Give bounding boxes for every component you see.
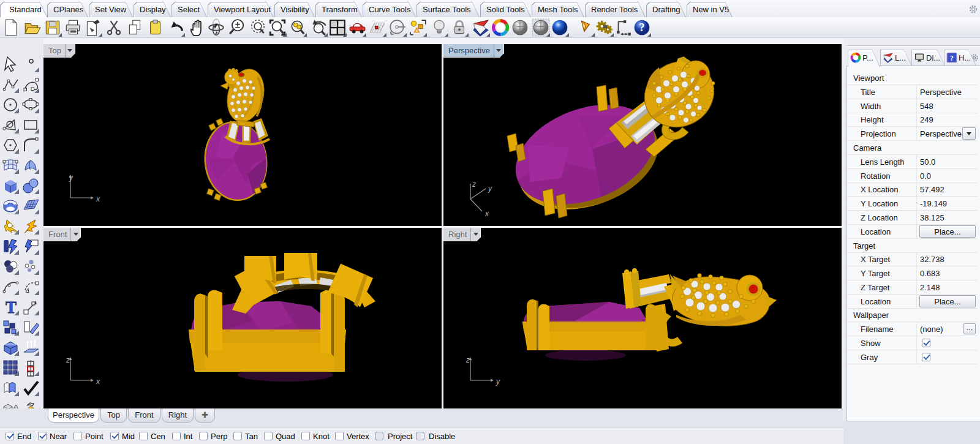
- svg-text:T: T: [6, 298, 17, 317]
- svg-text:y: y: [496, 377, 500, 386]
- svg-text:y: y: [488, 184, 492, 193]
- svg-text:z: z: [472, 180, 476, 189]
- svg-text:x: x: [96, 195, 100, 203]
- svg-text:x: x: [96, 377, 100, 386]
- svg-text:z: z: [66, 356, 70, 364]
- svg-text:?: ?: [950, 55, 954, 62]
- svg-text:z: z: [466, 356, 470, 364]
- svg-text:x: x: [484, 209, 489, 218]
- svg-text:?: ?: [639, 21, 644, 34]
- svg-text:y: y: [69, 173, 74, 182]
